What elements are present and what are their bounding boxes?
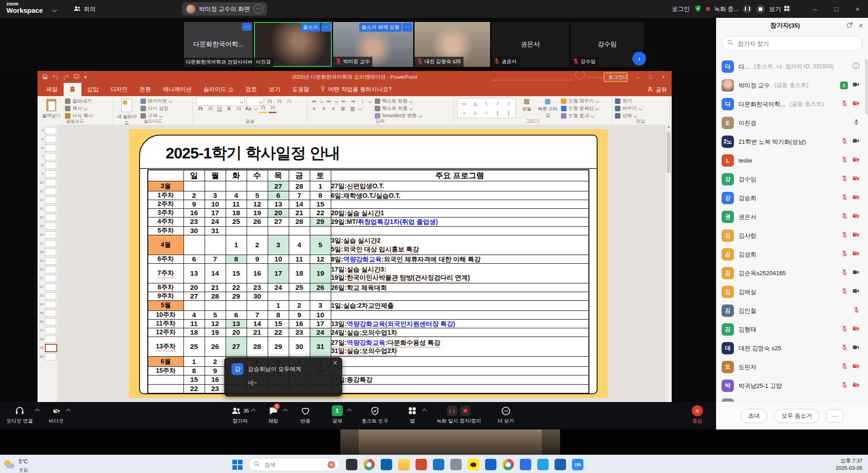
pause-recording-icon[interactable]	[447, 406, 457, 416]
clear-format-button[interactable]: 가	[285, 98, 293, 105]
shape-glyph-3[interactable]: \	[486, 101, 487, 106]
font-name-dropdown[interactable]	[196, 97, 245, 106]
paragraph-action-2[interactable]: 텍스트 맞춤	[375, 105, 422, 112]
shape-glyph-2[interactable]: △	[474, 101, 477, 106]
audio-join-button[interactable]: 오디오 연결	[6, 405, 33, 424]
qat-customize-icon[interactable]: ▾	[84, 74, 87, 80]
line-spacing-button[interactable]: ↕	[359, 98, 367, 105]
shape-glyph-1[interactable]: ▭	[462, 101, 466, 106]
tile-menu-icon[interactable]: ⋯	[321, 23, 331, 32]
slide-thumbnail-11[interactable]: 11	[38, 187, 57, 196]
bullets-button[interactable]: ≔	[310, 98, 318, 105]
mute-request-badge[interactable]: 음소거 해제 요청	[359, 23, 402, 32]
app-blue4-icon[interactable]	[555, 459, 566, 470]
redo-icon[interactable]	[63, 74, 69, 81]
participant-row[interactable]: 강강승희	[716, 189, 865, 207]
ribbon-tab-4[interactable]: 디자인	[105, 83, 134, 96]
slide-thumbnail-20[interactable]: 20	[38, 265, 57, 274]
app-lightblue-icon[interactable]	[537, 459, 549, 470]
panel-close-icon[interactable]: ✕	[858, 22, 863, 29]
undo-icon[interactable]	[53, 74, 59, 81]
drawing-action-2[interactable]: 도형 윤곽선	[561, 105, 598, 112]
slide-thumbnail-7[interactable]: 7	[38, 152, 57, 161]
ribbon-tab-6[interactable]: 애니메이션	[157, 83, 198, 96]
chat-button[interactable]: 8채팅	[265, 405, 281, 424]
slide-thumbnail-27[interactable]: 27	[38, 326, 57, 335]
ribbon-tab-9[interactable]: 보기	[263, 83, 286, 96]
popout-icon[interactable]	[846, 22, 853, 30]
slide-thumbnail-15[interactable]: 15	[38, 222, 57, 230]
video-toggle-button[interactable]: 비디오	[49, 405, 64, 424]
taskbar-clock[interactable]: 오후 7:37 2025-03-05	[836, 457, 863, 472]
participant-search-box[interactable]	[722, 36, 863, 51]
close-icon[interactable]: ✕	[333, 359, 338, 366]
participant-row[interactable]: 김김사랑	[716, 226, 865, 245]
maximize-button[interactable]: □	[826, 0, 847, 18]
slide-thumbnail-6[interactable]: 6	[38, 143, 57, 152]
invite-button[interactable]: 초대	[740, 409, 767, 423]
ribbon-options-icon[interactable]: ⊡	[619, 71, 631, 83]
pause-recording-button[interactable]	[743, 5, 752, 14]
columns-button[interactable]: ▥	[349, 105, 356, 112]
shape-glyph-5[interactable]: □	[507, 101, 510, 106]
app-gray-icon[interactable]	[450, 459, 462, 470]
chrome-browser-icon[interactable]	[363, 459, 375, 470]
panel-scrollbar[interactable]	[865, 59, 868, 114]
stop-recording-button[interactable]	[756, 5, 765, 14]
app-blue3-icon[interactable]	[520, 459, 531, 470]
slide-action-1[interactable]: 레이아웃	[140, 98, 172, 104]
indent-button[interactable]: ⇒	[349, 98, 357, 105]
slide-thumbnail-30[interactable]: 30	[38, 352, 57, 361]
slide-thumbnail-28[interactable]: 28	[38, 335, 57, 343]
participant-row[interactable]: 김김성희	[716, 245, 865, 264]
ppt-share-button[interactable]: 공유	[647, 86, 667, 94]
participant-search-input[interactable]	[737, 40, 844, 48]
spacing-button[interactable]: Aa	[244, 105, 252, 112]
video-tile-3[interactable]: 음소거 해제 요청⋯박미정 교수	[333, 22, 413, 67]
share-button[interactable]: 공유	[329, 405, 345, 424]
mute-all-button[interactable]: 모두 음소거	[774, 409, 819, 423]
app-blue2-icon[interactable]	[485, 459, 496, 470]
apps-button[interactable]: 앱	[404, 405, 420, 424]
slide-thumbnail-26[interactable]: 26	[38, 317, 57, 326]
font-color-button[interactable]: 가	[269, 104, 276, 113]
panel-more-button[interactable]: ⋯	[826, 409, 844, 423]
slide-thumbnail-25[interactable]: 25	[38, 309, 57, 317]
slide-thumbnail-5[interactable]: 5	[38, 135, 57, 143]
chrome-browser2-icon[interactable]	[502, 459, 514, 470]
drawing-action-1[interactable]: 도형 채우기	[561, 98, 598, 104]
taskbar-search[interactable]	[248, 458, 340, 471]
participant-row[interactable]: 김김인철	[716, 301, 865, 320]
participants-button[interactable]: 35참가자	[231, 405, 249, 424]
ribbon-tab-2[interactable]: 홈	[64, 83, 81, 96]
minimize-button[interactable]: –	[805, 0, 826, 18]
app-red-icon[interactable]	[415, 459, 427, 470]
arrange-button[interactable]: 정렬	[519, 98, 534, 112]
slide-thumbnail-22[interactable]: 22	[38, 283, 57, 291]
font-size-dropdown[interactable]	[247, 97, 264, 106]
file-explorer-icon[interactable]	[398, 459, 410, 470]
participant-row[interactable]: 다다문화한국어학...(공동 호스트)	[716, 95, 865, 114]
tile-menu-icon[interactable]: ⋯	[403, 23, 412, 32]
paragraph-action-1[interactable]: 텍스트 방향	[375, 98, 422, 104]
align-right-button[interactable]: ≡	[329, 105, 337, 112]
host-tools-button[interactable]: 호스트 도구	[361, 405, 388, 424]
ppt-minimize-button[interactable]: –	[631, 71, 644, 83]
participant-row[interactable]: 박박귀남25-1 고양	[716, 376, 865, 395]
participant-row[interactable]: 도도민자	[716, 358, 865, 376]
ribbon-tab-7[interactable]: 슬라이드 쇼	[198, 83, 240, 96]
video-tile-2[interactable]: 음소거⋯이진경	[254, 22, 332, 67]
search-input[interactable]	[264, 461, 316, 468]
align-center-button[interactable]: ≡	[320, 105, 328, 112]
slide-thumbnail-8[interactable]: 8	[38, 161, 57, 169]
paste-button[interactable]: 붙여넣기	[41, 98, 62, 119]
clipboard-action-1[interactable]: 잘라내기	[65, 98, 93, 104]
security-shield-icon[interactable]	[694, 5, 702, 14]
slide-thumbnail-9[interactable]: 9	[38, 169, 57, 178]
participant-row[interactable]: 다다...(호스트, 나, 참가자 ID: 331503)	[716, 57, 865, 76]
record-button[interactable]: 녹화 일시 중지/중지	[437, 405, 481, 424]
meeting-menu[interactable]: 회의	[73, 0, 96, 18]
more-button[interactable]: 더 보기	[497, 405, 514, 424]
participant-row[interactable]: 2노21학번 노복 박기화(성남)	[716, 132, 865, 151]
slide-thumbnail-10[interactable]: 10	[38, 178, 57, 187]
